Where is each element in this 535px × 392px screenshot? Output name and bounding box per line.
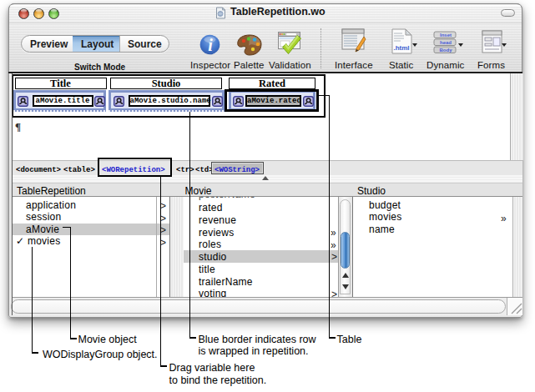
svg-text:.html: .html [393,44,409,52]
svg-text:head: head [440,40,452,45]
svg-text:Inset: Inset [440,33,452,38]
svg-text:Body: Body [440,48,453,53]
svg-text:i: i [208,36,213,54]
